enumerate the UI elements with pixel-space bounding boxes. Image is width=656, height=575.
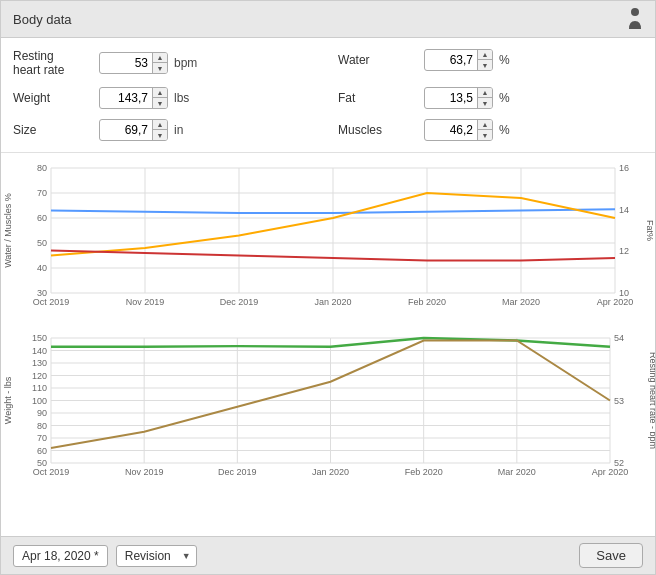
weight-up[interactable]: ▲ — [153, 88, 167, 98]
save-button[interactable]: Save — [579, 543, 643, 568]
size-input[interactable] — [100, 121, 152, 139]
size-unit: in — [174, 123, 183, 137]
muscles-down[interactable]: ▼ — [478, 130, 492, 140]
fields-section: Restingheart rate ▲ ▼ bpm Water ▲ — [1, 38, 655, 153]
footer: Apr 18, 2020 * Revision Original Save — [1, 536, 655, 574]
field-fat: Fat ▲ ▼ % — [338, 84, 643, 112]
fat-input[interactable] — [425, 89, 477, 107]
main-window: Body data Restingheart rate ▲ ▼ bpm — [0, 0, 656, 575]
field-muscles: Muscles ▲ ▼ % — [338, 116, 643, 144]
page-title: Body data — [13, 12, 72, 27]
footer-left: Apr 18, 2020 * Revision Original — [13, 545, 197, 567]
size-up[interactable]: ▲ — [153, 120, 167, 130]
weight-spinner: ▲ ▼ — [152, 88, 167, 108]
resting-heart-rate-input[interactable] — [100, 54, 152, 72]
weight-unit: lbs — [174, 91, 189, 105]
water-down[interactable]: ▼ — [478, 60, 492, 70]
fat-up[interactable]: ▲ — [478, 88, 492, 98]
size-down[interactable]: ▼ — [153, 130, 167, 140]
fat-down[interactable]: ▼ — [478, 98, 492, 108]
weight-input[interactable] — [100, 89, 152, 107]
weight-input-wrap: ▲ ▼ — [99, 87, 168, 109]
size-input-wrap: ▲ ▼ — [99, 119, 168, 141]
muscles-unit: % — [499, 123, 510, 137]
water-up[interactable]: ▲ — [478, 50, 492, 60]
muscles-input-wrap: ▲ ▼ — [424, 119, 493, 141]
water-input[interactable] — [425, 51, 477, 69]
fat-input-wrap: ▲ ▼ — [424, 87, 493, 109]
muscles-input[interactable] — [425, 121, 477, 139]
revision-dropdown-wrap: Revision Original — [116, 545, 197, 567]
titlebar: Body data — [1, 1, 655, 38]
water-spinner: ▲ ▼ — [477, 50, 492, 70]
resting-heart-rate-up[interactable]: ▲ — [153, 53, 167, 63]
weight-down[interactable]: ▼ — [153, 98, 167, 108]
size-label: Size — [13, 123, 93, 137]
person-icon — [627, 7, 643, 31]
muscles-up[interactable]: ▲ — [478, 120, 492, 130]
size-spinner: ▲ ▼ — [152, 120, 167, 140]
field-water: Water ▲ ▼ % — [338, 46, 643, 80]
resting-heart-rate-input-wrap: ▲ ▼ — [99, 52, 168, 74]
weight-label: Weight — [13, 91, 93, 105]
svg-point-0 — [631, 8, 639, 16]
fat-label: Fat — [338, 91, 418, 105]
field-size: Size ▲ ▼ in — [13, 116, 318, 144]
resting-heart-rate-spinner: ▲ ▼ — [152, 53, 167, 73]
field-weight: Weight ▲ ▼ lbs — [13, 84, 318, 112]
revision-dropdown[interactable]: Revision Original — [116, 545, 197, 567]
charts-section — [1, 153, 655, 536]
resting-heart-rate-down[interactable]: ▼ — [153, 63, 167, 73]
fat-spinner: ▲ ▼ — [477, 88, 492, 108]
water-input-wrap: ▲ ▼ — [424, 49, 493, 71]
resting-heart-rate-label: Restingheart rate — [13, 49, 93, 77]
chart2-canvas — [1, 323, 655, 493]
chart1-canvas — [1, 153, 655, 323]
water-unit: % — [499, 53, 510, 67]
fat-unit: % — [499, 91, 510, 105]
resting-heart-rate-unit: bpm — [174, 56, 197, 70]
muscles-label: Muscles — [338, 123, 418, 137]
field-resting-heart-rate: Restingheart rate ▲ ▼ bpm — [13, 46, 318, 80]
date-badge: Apr 18, 2020 * — [13, 545, 108, 567]
water-label: Water — [338, 53, 418, 67]
muscles-spinner: ▲ ▼ — [477, 120, 492, 140]
